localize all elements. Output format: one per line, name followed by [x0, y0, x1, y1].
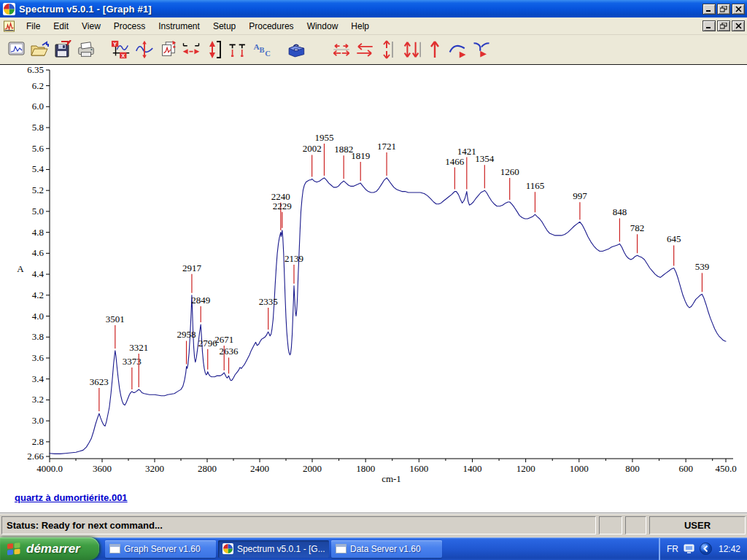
menu-instrument[interactable]: Instrument — [152, 19, 206, 34]
spectrum-file-link[interactable]: quartz à dumortiérite.001 — [15, 492, 128, 503]
mdi-minimize-icon — [705, 23, 713, 29]
svg-text:782: 782 — [630, 222, 645, 233]
menu-window[interactable]: Window — [301, 19, 345, 34]
mdi-close-button[interactable] — [732, 20, 745, 31]
svg-text:1260: 1260 — [500, 166, 519, 177]
taskbar-item-data-server[interactable]: Data Server v1.60 — [331, 540, 442, 558]
status-panel-3 — [625, 516, 646, 534]
minimize-icon — [705, 6, 713, 12]
print-button[interactable] — [74, 38, 98, 61]
open-folder-icon — [29, 40, 50, 59]
window-icon — [109, 544, 120, 553]
toolbar: Y X — [0, 35, 747, 64]
svg-text:1819: 1819 — [351, 150, 370, 161]
svg-text:2139: 2139 — [285, 253, 303, 264]
svg-text:1421: 1421 — [457, 146, 476, 157]
taskbar-item-graph-server[interactable]: Graph Server v1.60 — [105, 540, 216, 558]
menu-setup[interactable]: Setup — [206, 19, 242, 34]
svg-text:6.35: 6.35 — [27, 65, 44, 75]
svg-text:1800: 1800 — [356, 463, 375, 474]
svg-text:2800: 2800 — [198, 463, 217, 474]
peak-pick-button[interactable] — [446, 38, 470, 61]
menu-view[interactable]: View — [75, 19, 107, 34]
svg-text:4000.0: 4000.0 — [36, 463, 63, 474]
svg-text:2671: 2671 — [214, 334, 233, 345]
close-button[interactable] — [732, 4, 745, 15]
open-folder-button[interactable] — [28, 38, 51, 61]
new-graph-button[interactable] — [4, 38, 28, 61]
status-panel-2 — [599, 516, 622, 534]
language-bar-circle-icon[interactable] — [700, 542, 712, 555]
spectrum-chart[interactable]: 6.356.26.05.85.65.45.25.04.84.64.44.24.0… — [0, 65, 747, 488]
windows-logo-icon — [7, 542, 21, 556]
svg-text:539: 539 — [695, 261, 710, 272]
svg-text:3.2: 3.2 — [32, 394, 44, 405]
svg-text:2958: 2958 — [177, 329, 196, 340]
svg-text:B: B — [259, 46, 264, 54]
clock[interactable]: 12:42 — [719, 544, 740, 554]
svg-text:3623: 3623 — [90, 376, 109, 387]
mdi-restore-icon — [720, 23, 727, 29]
autoscale-y-icon — [134, 39, 155, 60]
svg-text:4.6: 4.6 — [32, 247, 44, 258]
menu-help[interactable]: Help — [344, 19, 376, 34]
minimize-button[interactable] — [703, 4, 716, 15]
expand-y-button[interactable] — [203, 38, 226, 61]
svg-text:2002: 2002 — [303, 143, 322, 154]
shift-y-button[interactable] — [376, 38, 400, 61]
restore-button[interactable] — [717, 4, 730, 15]
annotate-text-button[interactable]: A B C — [249, 38, 273, 61]
display-tray-icon[interactable] — [684, 544, 694, 553]
split-x-button[interactable] — [330, 38, 353, 61]
file-list-strip: quartz à dumortiérite.001 — [0, 488, 747, 513]
toolbox-button[interactable] — [285, 38, 308, 61]
swap-x-icon — [355, 39, 375, 60]
svg-text:2.8: 2.8 — [32, 436, 44, 447]
svg-text:5.8: 5.8 — [32, 122, 44, 133]
mdi-minimize-button[interactable] — [703, 20, 716, 31]
taskbar-item-spectrum[interactable]: Spectrum v5.0.1 - [G... — [218, 540, 329, 558]
save-button[interactable] — [51, 38, 74, 61]
autoscale-y-button[interactable] — [133, 38, 156, 61]
status-message-panel: Status: Ready for next command... — [1, 516, 596, 534]
scale-y-button[interactable] — [400, 38, 423, 61]
svg-text:3.6: 3.6 — [32, 352, 44, 363]
svg-text:Y: Y — [113, 41, 117, 47]
svg-text:645: 645 — [667, 233, 681, 244]
mdi-restore-button[interactable] — [717, 20, 730, 31]
svg-text:3.4: 3.4 — [32, 373, 44, 384]
start-button[interactable]: démarrer — [0, 537, 99, 560]
format-axes-button[interactable]: Y X — [109, 38, 133, 61]
label-peaks-button[interactable] — [226, 38, 249, 61]
expand-x-icon — [181, 39, 201, 60]
menu-edit[interactable]: Edit — [47, 19, 75, 34]
save-icon — [53, 40, 73, 59]
svg-text:1354: 1354 — [475, 153, 495, 164]
status-user: USER — [684, 520, 711, 531]
annotate-text-icon: A B C — [251, 39, 271, 60]
new-graph-icon — [6, 40, 26, 59]
app-icon — [3, 3, 15, 15]
task-label: Data Server v1.60 — [350, 544, 421, 554]
svg-text:5.6: 5.6 — [32, 143, 44, 154]
language-indicator[interactable]: FR — [667, 544, 678, 554]
expand-x-button[interactable] — [179, 38, 203, 61]
system-tray: FR 12:42 — [659, 537, 747, 560]
svg-text:1400: 1400 — [462, 463, 481, 474]
svg-text:1600: 1600 — [409, 463, 428, 474]
svg-text:X: X — [121, 52, 125, 59]
valley-pick-button[interactable] — [470, 38, 493, 61]
svg-text:2917: 2917 — [182, 262, 202, 273]
svg-text:3.8: 3.8 — [32, 331, 44, 342]
menu-process[interactable]: Process — [107, 19, 152, 34]
menu-file[interactable]: File — [20, 19, 47, 34]
svg-text:3200: 3200 — [145, 463, 164, 474]
spectrum-plot-area[interactable]: 6.356.26.05.85.65.45.25.04.84.64.44.24.0… — [0, 65, 747, 488]
move-up-button[interactable] — [423, 38, 446, 61]
copy-spectrum-button[interactable] — [156, 38, 179, 61]
swap-x-button[interactable] — [353, 38, 376, 61]
svg-text:1165: 1165 — [526, 180, 545, 191]
copy-spectrum-icon — [158, 39, 178, 60]
menu-procedures[interactable]: Procedures — [242, 19, 300, 34]
svg-text:1200: 1200 — [516, 463, 535, 474]
